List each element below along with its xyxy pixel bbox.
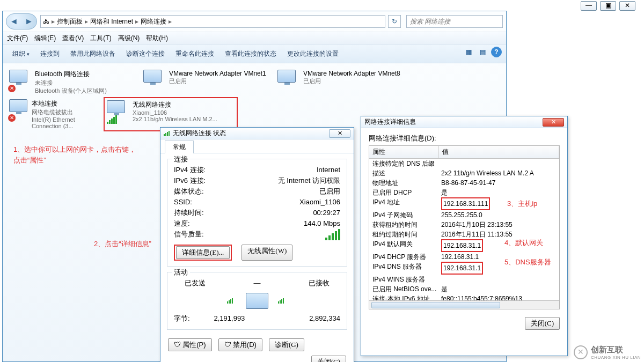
menu-bar: 文件(F) 编辑(E) 查看(V) 工具(T) 高级(N) 帮助(H) (3, 32, 506, 45)
cmd-rename[interactable]: 重命名此连接 (170, 48, 219, 60)
recv-icon (278, 298, 284, 304)
cmd-connect[interactable]: 连接到 (35, 48, 65, 60)
signal-icon (164, 131, 170, 136)
back-icon[interactable]: ◄ (10, 17, 18, 26)
details-dialog: 网络连接详细信息 ✕ 网络连接详细信息(D): 属性 值 连接特定的 DNS 后… (361, 116, 568, 356)
table-row: 物理地址B8-86-87-45-91-47 (369, 178, 559, 188)
details-label: 网络连接详细信息(D): (369, 134, 560, 143)
col-val[interactable]: 值 (439, 146, 559, 158)
forward-icon[interactable]: ► (25, 17, 33, 26)
help-icon[interactable]: ? (491, 47, 502, 57)
col-prop[interactable]: 属性 (369, 146, 439, 158)
details-button[interactable]: 详细信息(E)... (176, 246, 230, 259)
table-row: IPv4 子网掩码255.255.255.0 (369, 210, 559, 220)
nav-back-forward[interactable]: ◄ ► (6, 13, 37, 29)
disable-button[interactable]: 🛡 禁用(D) (218, 338, 262, 351)
watermark: 创新互联 CHUANG XIN HU LIAN (574, 345, 641, 360)
menu-view[interactable]: 查看(V) (62, 34, 84, 43)
tab-general[interactable]: 常规 (165, 141, 194, 153)
menu-file[interactable]: 文件(F) (7, 34, 28, 43)
breadcrumb-net[interactable]: 网络和 Internet (90, 17, 133, 26)
menu-tools[interactable]: 工具(T) (90, 34, 111, 43)
annotation-1: 1、选中你可以上网的网卡，点击右键，点击“属性” (13, 144, 142, 165)
table-row: 连接特定的 DNS 后缀 (369, 159, 559, 168)
details-dialog-title: 网络连接详细信息 (364, 117, 416, 127)
details-close-x-button[interactable]: ✕ (543, 118, 564, 127)
cmd-change[interactable]: 更改此连接的设置 (282, 48, 344, 60)
nav-row: ◄ ► 🖧 ▸ 控制面板 ▸ 网络和 Internet ▸ 网络连接 ▸ ↻ 搜… (3, 11, 506, 32)
status-close-ok-button[interactable]: 关闭(C) (311, 356, 346, 362)
window-min-button[interactable]: — (581, 1, 597, 11)
error-icon: ✕ (8, 85, 16, 92)
view-icon[interactable]: ▦ (463, 47, 474, 57)
conn-vmnet8[interactable]: VMware Network Adapter VMnet8 已启用 (275, 68, 409, 97)
annotation-3: 3、主机ip (507, 198, 537, 209)
table-row: 已启用 DHCP是 (369, 188, 559, 197)
annotation-2: 2、点击“详细信息” (94, 239, 151, 249)
cmd-organize[interactable]: 组织 (7, 48, 35, 60)
address-bar[interactable]: 🖧 ▸ 控制面板 ▸ 网络和 Internet ▸ 网络连接 ▸ (40, 15, 385, 28)
conn-bluetooth[interactable]: ✕ Bluetooth 网络连接 未连接 Bluetooth 设备(个人区域网) (7, 68, 141, 97)
breadcrumb-connections[interactable]: 网络连接 (141, 17, 166, 26)
conn-local[interactable]: ✕ 本地连接 网络电缆被拔出 Intel(R) Ethernet Connect… (7, 97, 104, 131)
cmd-disable[interactable]: 禁用此网络设备 (65, 48, 121, 60)
annotation-5: 5、DNS服务器 (504, 257, 551, 268)
window-close-button[interactable]: ✕ (619, 1, 635, 11)
conn-wireless[interactable]: 无线网络连接 Xiaomi_1106 2x2 11b/g/n Wireless … (104, 97, 238, 131)
status-dialog-title: 无线网络连接 状态 (173, 129, 226, 138)
breadcrumb-root[interactable]: 控制面板 (57, 17, 83, 26)
conn-vmnet1[interactable]: VMware Network Adapter VMnet1 已启用 (141, 68, 275, 97)
menu-advanced[interactable]: 高级(N) (118, 34, 140, 43)
details-table: 属性 值 连接特定的 DNS 后缀描述2x2 11b/g/n Wireless … (369, 145, 560, 309)
cmd-diagnose[interactable]: 诊断这个连接 (121, 48, 170, 60)
status-close-button[interactable]: ✕ (329, 129, 350, 138)
diagnose-button[interactable]: 诊断(G) (269, 338, 304, 351)
error-icon: ✕ (8, 114, 16, 122)
signal-icon (107, 115, 117, 124)
connection-group: 连接 IPv4 连接:Internet IPv6 连接:无 Internet 访… (167, 159, 347, 267)
properties-button[interactable]: 🛡 属性(P) (168, 338, 212, 351)
table-row: 获得租约的时间2016年1月10日 23:13:55 (369, 220, 559, 230)
command-bar: 组织 连接到 禁用此网络设备 诊断这个连接 重命名此连接 查看此连接的状态 更改… (3, 45, 506, 63)
h-scrollbar[interactable] (369, 300, 559, 309)
refresh-button[interactable]: ↻ (388, 15, 401, 28)
table-row: IPv4 WINS 服务器 (369, 275, 559, 284)
watermark-logo-icon (574, 345, 588, 359)
table-row: 已启用 NetBIOS ove...是 (369, 284, 559, 294)
menu-help[interactable]: 帮助(H) (146, 34, 168, 43)
status-dialog: 无线网络连接 状态 ✕ 常规 连接 IPv4 连接:Internet IPv6 … (160, 127, 354, 362)
cmd-status[interactable]: 查看此连接的状态 (219, 48, 282, 60)
menu-edit[interactable]: 编辑(E) (34, 34, 56, 43)
details-close-button[interactable]: 关闭(C) (525, 317, 560, 330)
sent-icon (227, 298, 233, 304)
wireless-props-button[interactable]: 无线属性(W) (241, 245, 292, 261)
monitor-icon (246, 293, 268, 309)
search-input[interactable]: 搜索 网络连接 (406, 15, 503, 28)
window-max-button[interactable]: ▣ (600, 1, 616, 11)
annotation-4: 4、默认网关 (504, 238, 543, 248)
table-row: 描述2x2 11b/g/n Wireless LAN M.2 A (369, 168, 559, 178)
signal-quality-icon (325, 229, 340, 240)
preview-icon[interactable]: ▤ (477, 47, 488, 57)
activity-group: 活动 已发送 — 已接收 字节: 2,191,993 2,892,334 (167, 272, 347, 330)
addr-icon: 🖧 (43, 18, 49, 25)
